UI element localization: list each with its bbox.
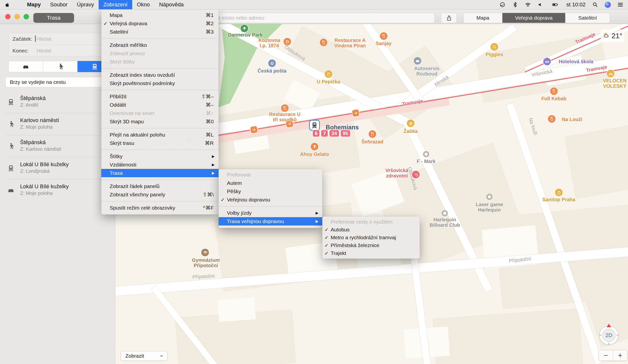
poi-marker-car[interactable] (414, 57, 421, 65)
menu-item[interactable]: Vzdálenosti▶ (101, 161, 219, 169)
menu-item-label: Volby jízdy (227, 210, 315, 216)
car-icon (7, 186, 15, 194)
compass-2d-label: 2D (605, 332, 612, 339)
compass-control[interactable]: 2D (600, 326, 618, 345)
map-type-button[interactable]: Satelitní (565, 13, 610, 23)
menu-item[interactable]: Skrýt 3D mapu⌘0 (101, 118, 219, 126)
start-field[interactable]: Začátek: Hledat (8, 33, 112, 45)
menu-item[interactable]: Přiblížit⇧⌘– (101, 92, 219, 101)
menu-item[interactable]: Pěšky (219, 187, 322, 196)
menu-bar-item[interactable]: Zobrazení (99, 0, 132, 9)
minimize-button[interactable] (14, 14, 20, 19)
menu-item-label: Skrýt trasu (110, 140, 205, 146)
menu-item[interactable]: Volby jízdy▶ (219, 209, 322, 217)
menu-item[interactable]: Trasa veřejnou dopravou▶ (219, 217, 322, 226)
apple-menu[interactable] (0, 0, 15, 9)
menu-bar-item[interactable]: Úpravy (72, 0, 99, 9)
poi-marker-icecream[interactable] (311, 143, 318, 150)
show-dropdown-label: Zobrazit (125, 353, 144, 359)
menu-item[interactable]: Přejít na aktuální polohu⌘L (101, 131, 219, 139)
menu-item-shortcut: ⌘↑ (206, 110, 219, 116)
menu-item[interactable]: ✓Veřejnou dopravou (219, 196, 322, 204)
menu-bar-item[interactable]: Okno (132, 0, 155, 9)
poi-marker-restaurant[interactable] (320, 39, 327, 46)
battery-icon[interactable] (550, 1, 560, 8)
show-dropdown[interactable]: Zobrazit (121, 351, 167, 361)
zoom-in-button[interactable]: + (613, 350, 627, 361)
menu-bar-item[interactable]: Soubor (45, 0, 72, 9)
poi-marker-restaurant[interactable] (281, 104, 289, 112)
mode-car-button[interactable] (8, 61, 43, 72)
poi-marker[interactable] (442, 210, 448, 216)
menu-item[interactable]: ✓Příměstská železnice (322, 242, 420, 249)
start-label: Začátek: (8, 36, 34, 42)
volume-icon[interactable] (538, 1, 544, 8)
close-button[interactable] (5, 14, 10, 19)
zoom-out-button[interactable]: − (599, 350, 613, 361)
map-type-button[interactable]: Veřejná doprava (502, 13, 566, 23)
poi-marker[interactable] (423, 151, 429, 157)
menu-item[interactable]: Mapa⌘1 (101, 11, 219, 19)
spotlight-icon[interactable] (592, 1, 598, 8)
poi-marker-restaurant[interactable] (369, 130, 376, 138)
menu-bar-clock[interactable]: st 10:02 (566, 1, 586, 8)
siri-icon[interactable] (605, 2, 611, 8)
list-item[interactable]: Lokál U Bílé kuželkyZ: Moje poloha (0, 180, 115, 201)
poi-marker-cap[interactable] (201, 249, 209, 256)
menu-item[interactable]: Oddálit⌘– (101, 101, 219, 109)
menu-item[interactable]: Spustit režim celé obrazovky^⌘F (101, 204, 219, 212)
checkmark: ✓ (322, 243, 331, 248)
poi-marker-health[interactable] (412, 171, 420, 179)
poi-marker-restaurant[interactable] (548, 115, 556, 123)
menu-bar-item[interactable]: Mapy (22, 0, 45, 9)
mode-walk-button[interactable] (43, 61, 78, 72)
poi-marker-bag[interactable] (325, 70, 332, 78)
menu-item-label: Satelitní (110, 29, 206, 35)
menu-item[interactable]: Zobrazit všechny panely⇧⌘\ (101, 190, 219, 199)
poi-marker-beer[interactable] (284, 38, 291, 46)
menu-item[interactable]: Skrýt povětrnostní podmínky (101, 79, 219, 87)
departure-time-popup[interactable]: Brzy se vydejte na cestu (5, 77, 112, 87)
wifi-icon[interactable] (525, 1, 531, 8)
poi-marker-tree[interactable] (241, 25, 248, 32)
menu-item[interactable]: ✓Trajekt (322, 249, 420, 257)
menu-item[interactable]: Autem (219, 179, 322, 187)
menu-bar-item[interactable]: Nápověda (155, 0, 188, 9)
menu-item-label: Autobus (331, 227, 415, 233)
menu-item[interactable]: ✓Metro a rychlodrážní tramvaj (322, 234, 420, 242)
end-field[interactable]: Konec: Hledat (8, 45, 112, 56)
menu-item[interactable]: Skrýt trasu⌘R (101, 139, 219, 147)
list-item[interactable]: Karlovo náměstíZ: Moje poloha (0, 113, 115, 135)
compass-2d-button[interactable]: 2D (602, 329, 616, 342)
menu-item[interactable]: Zobrazit měřítko (101, 41, 219, 49)
share-button[interactable] (441, 13, 457, 23)
menu-item[interactable]: ✓Veřejná doprava⌘2 (101, 19, 219, 28)
do-not-disturb-icon[interactable] (499, 1, 506, 8)
list-item[interactable]: Lokál U Bílé kuželkyZ: Londýnská (0, 157, 115, 179)
poi-marker-restaurant[interactable] (380, 32, 388, 40)
poi-marker-basket[interactable] (407, 120, 415, 127)
menu-item[interactable]: Satelitní⌘3 (101, 28, 219, 36)
map-type-button[interactable]: Mapa (464, 13, 502, 23)
poi-marker-restaurant[interactable] (550, 87, 558, 95)
poi-marker-post[interactable] (268, 60, 276, 67)
list-item[interactable]: ŠtěpánskáZ: Anděl (0, 91, 115, 113)
tram-stop-marker[interactable] (309, 120, 320, 131)
bluetooth-icon[interactable] (512, 1, 518, 8)
notification-center-icon[interactable] (617, 1, 624, 8)
poi-marker-bed[interactable] (543, 58, 551, 65)
menu-item[interactable]: Štítky▶ (101, 152, 219, 161)
poi-marker-bike[interactable] (607, 70, 615, 77)
poi-marker-bag[interactable] (555, 189, 563, 196)
menu-item[interactable]: Zobrazit řádek panelů (101, 182, 219, 190)
menu-item[interactable]: Trasa▶ (101, 169, 219, 177)
menu-item-label: Štítky (110, 153, 212, 159)
menu-item[interactable]: ✓Autobus (322, 226, 420, 234)
fullscreen-button[interactable] (23, 14, 29, 19)
list-item[interactable]: ŠtěpánskáZ: Karlovo náměstí (0, 135, 115, 157)
walk-icon (57, 63, 64, 70)
search-input[interactable] (201, 13, 435, 23)
poi-marker-cart[interactable] (491, 43, 498, 51)
poi-marker[interactable] (486, 194, 493, 200)
menu-item[interactable]: Zobrazit index stavu ovzduší (101, 71, 219, 79)
